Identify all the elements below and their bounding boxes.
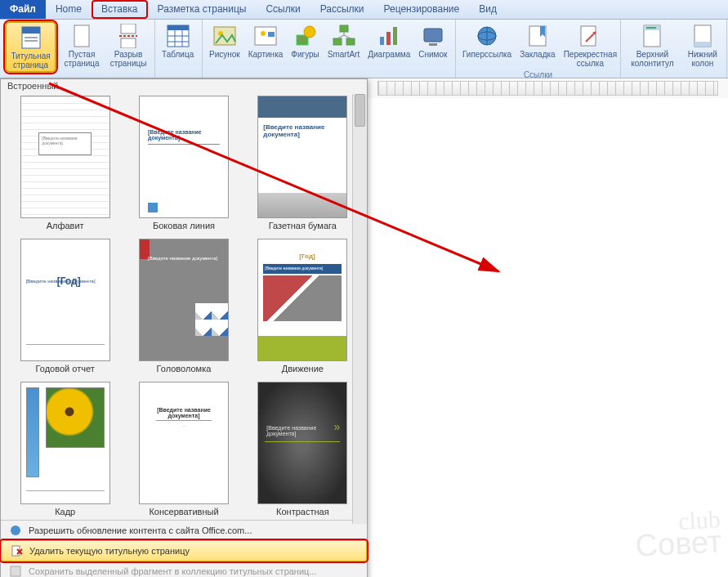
gallery-item-label: Кадр	[55, 507, 75, 517]
table-button[interactable]: Таблица	[160, 21, 195, 60]
picture-button[interactable]: Рисунок	[208, 21, 242, 60]
gallery-item-annual[interactable]: [Введите название документа] [Год] Годов…	[9, 239, 121, 377]
globe-icon	[9, 524, 22, 537]
picture-label: Рисунок	[209, 50, 240, 59]
gallery-item-puzzle[interactable]: [Введите название документа] Головоломка	[127, 239, 239, 377]
watermark: clubСовет	[634, 509, 722, 558]
tab-bar: Файл Home Вставка Разметка страницы Ссыл…	[0, 0, 728, 20]
hyperlink-button[interactable]: Гиперссылка	[461, 21, 513, 60]
svg-rect-31	[429, 43, 437, 46]
tab-layout[interactable]: Разметка страницы	[148, 0, 257, 19]
gallery-remove-coverpage[interactable]: Удалить текущую титульную страницу	[1, 540, 367, 561]
gallery-item-alphabet[interactable]: [Введите название документа] Алфавит	[9, 96, 121, 234]
ribbon-group-table: Таблица	[155, 20, 203, 78]
svg-rect-28	[386, 32, 391, 45]
gallery-item-newspaper[interactable]: [Введите название документа] Газетная бу…	[247, 96, 359, 234]
svg-rect-23	[346, 38, 355, 45]
gallery-item-label: Боковая линия	[153, 221, 215, 230]
remove-page-icon	[10, 544, 23, 557]
tab-insert[interactable]: Вставка	[92, 0, 148, 19]
tab-review[interactable]: Рецензирование	[374, 0, 470, 19]
blankpage-icon	[69, 23, 95, 49]
svg-rect-29	[393, 27, 397, 45]
chart-button[interactable]: Диаграмма	[366, 21, 412, 60]
tab-refs[interactable]: Ссылки	[256, 0, 310, 19]
ribbon-group-illustrations: Рисунок Картинка Фигуры SmartArt Диаграм…	[203, 20, 456, 78]
header-button[interactable]: Верхний колонтитул	[626, 21, 679, 69]
chart-icon	[376, 23, 402, 49]
bookmark-icon	[525, 23, 551, 49]
pagebreak-button[interactable]: Разрыв страницы	[107, 21, 150, 69]
svg-rect-21	[340, 25, 348, 32]
gallery-scrollbar[interactable]	[352, 94, 367, 524]
scrollbar-thumb[interactable]	[355, 94, 365, 127]
gallery-header: Встроенный	[1, 79, 367, 92]
svg-point-20	[304, 26, 315, 38]
tab-view[interactable]: Вид	[469, 0, 507, 19]
table-icon	[165, 23, 191, 49]
svg-rect-22	[333, 38, 342, 45]
gallery-item-contrast[interactable]: [Введите название документа] » Контрастн…	[247, 382, 359, 520]
svg-rect-9	[167, 25, 189, 30]
svg-rect-48	[11, 566, 20, 576]
save-selection-icon	[9, 565, 22, 577]
svg-rect-27	[380, 37, 384, 45]
document-ruler-area	[368, 78, 728, 98]
smartart-button[interactable]: SmartArt	[326, 21, 361, 60]
svg-line-26	[344, 35, 351, 38]
shapes-icon	[293, 23, 319, 49]
blankpage-label: Пустая страница	[63, 50, 100, 68]
picture-icon	[212, 23, 238, 49]
gallery-remove-label: Удалить текущую титульную страницу	[29, 546, 190, 556]
svg-rect-18	[268, 32, 275, 37]
smartart-label: SmartArt	[328, 50, 360, 59]
chart-label: Диаграмма	[368, 50, 410, 59]
table-label: Таблица	[162, 50, 194, 59]
pagebreak-icon	[115, 23, 141, 49]
horizontal-ruler[interactable]	[377, 81, 718, 96]
svg-rect-5	[121, 24, 136, 34]
crossref-icon	[577, 23, 603, 49]
clipart-label: Картинка	[248, 50, 284, 59]
svg-rect-6	[121, 38, 136, 48]
ribbon-group-headerfooter: Верхний колонтитул Нижний колон	[621, 20, 727, 78]
tab-file[interactable]: Файл	[0, 0, 46, 19]
gallery-item-sideline[interactable]: [Введите название документа] Боковая лин…	[127, 96, 239, 234]
gallery-item-conservative[interactable]: [Введите название документа] — Консерват…	[127, 382, 239, 520]
pagebreak-label: Разрыв страницы	[109, 50, 148, 68]
blankpage-button[interactable]: Пустая страница	[61, 21, 102, 69]
gallery-office-label: Разрешить обновление контента с сайта Of…	[29, 526, 252, 535]
gallery-item-label: Контрастная	[276, 507, 329, 517]
footer-button[interactable]: Нижний колон	[684, 21, 721, 69]
gallery-save-selection: Сохранить выделенный фрагмент в коллекци…	[1, 561, 367, 577]
tab-mail[interactable]: Рассылки	[310, 0, 374, 19]
gallery-item-motion[interactable]: [Год] [Введите название документа] Движе…	[247, 239, 359, 377]
clipart-button[interactable]: Картинка	[247, 21, 285, 60]
bookmark-label: Закладка	[520, 50, 555, 59]
ribbon: Титульная страница Пустая страница Разры…	[0, 20, 728, 78]
shapes-label: Фигуры	[291, 50, 319, 59]
gallery-item-label: Головоломка	[157, 364, 212, 373]
svg-rect-1	[22, 27, 40, 34]
svg-rect-30	[424, 29, 442, 42]
coverpage-icon	[18, 25, 44, 51]
svg-rect-4	[74, 25, 89, 47]
svg-point-44	[11, 526, 20, 535]
coverpage-button[interactable]: Титульная страница	[5, 21, 56, 73]
shapes-button[interactable]: Фигуры	[289, 21, 320, 60]
crossref-button[interactable]: Перекрестная ссылка	[562, 21, 619, 69]
gallery-save-label: Сохранить выделенный фрагмент в коллекци…	[29, 566, 317, 576]
screenshot-button[interactable]: Снимок	[417, 21, 449, 60]
screenshot-label: Снимок	[418, 50, 447, 59]
svg-rect-43	[695, 42, 711, 47]
tab-home[interactable]: Home	[46, 0, 92, 19]
svg-line-25	[337, 35, 344, 38]
bookmark-button[interactable]: Закладка	[518, 21, 556, 60]
gallery-item-frame[interactable]: Кадр	[9, 382, 121, 520]
gallery-item-label: Консервативный	[149, 507, 218, 517]
ribbon-group-pages: Титульная страница Пустая страница Разры…	[0, 20, 155, 78]
header-label: Верхний колонтитул	[628, 50, 677, 68]
header-icon	[639, 23, 665, 49]
gallery-office-update[interactable]: Разрешить обновление контента с сайта Of…	[1, 521, 367, 540]
coverpage-gallery-dropdown: Встроенный [Введите название документа] …	[0, 78, 368, 577]
